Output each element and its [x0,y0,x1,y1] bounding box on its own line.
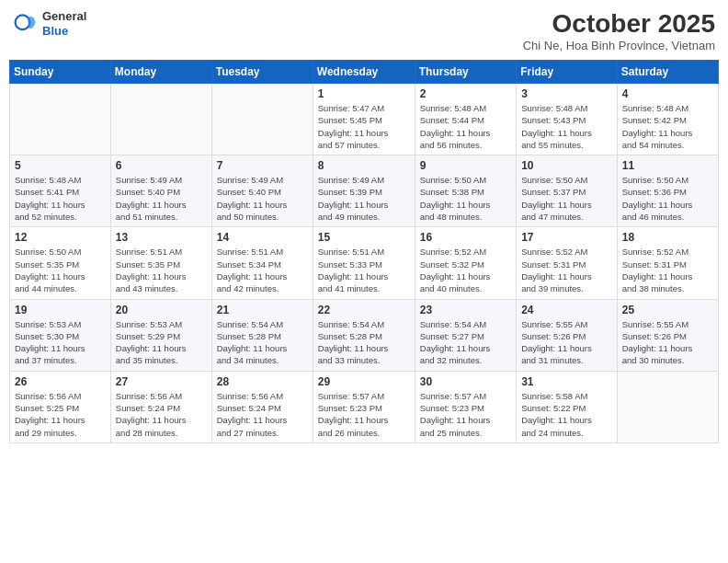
day-number: 7 [217,159,308,172]
month-title: October 2025 [523,9,715,39]
day-number: 1 [318,87,410,100]
weekday-header-row: SundayMondayTuesdayWednesdayThursdayFrid… [10,61,719,84]
calendar-week-row: 26Sunrise: 5:56 AM Sunset: 5:25 PM Dayli… [10,371,719,442]
day-info: Sunrise: 5:52 AM Sunset: 5:32 PM Dayligh… [420,246,511,294]
day-info: Sunrise: 5:49 AM Sunset: 5:40 PM Dayligh… [116,174,207,223]
day-info: Sunrise: 5:57 AM Sunset: 5:23 PM Dayligh… [318,390,410,439]
calendar-day-cell: 14Sunrise: 5:51 AM Sunset: 5:34 PM Dayli… [211,227,313,299]
calendar-day-cell: 24Sunrise: 5:55 AM Sunset: 5:26 PM Dayli… [517,299,618,371]
calendar-day-cell: 11Sunrise: 5:50 AM Sunset: 5:36 PM Dayli… [617,155,718,227]
title-area: October 2025 Chi Ne, Hoa Binh Province, … [523,9,715,52]
calendar-day-cell: 26Sunrise: 5:56 AM Sunset: 5:25 PM Dayli… [10,371,111,442]
day-info: Sunrise: 5:51 AM Sunset: 5:33 PM Dayligh… [318,246,410,294]
calendar-day-cell: 30Sunrise: 5:57 AM Sunset: 5:23 PM Dayli… [415,371,516,442]
day-number: 19 [15,304,106,316]
calendar-day-cell: 8Sunrise: 5:49 AM Sunset: 5:39 PM Daylig… [313,155,415,227]
day-number: 12 [15,231,106,244]
day-number: 21 [217,304,308,316]
day-number: 8 [318,159,410,172]
weekday-header-friday: Friday [517,61,618,84]
day-info: Sunrise: 5:53 AM Sunset: 5:30 PM Dayligh… [15,318,106,367]
calendar-day-cell: 19Sunrise: 5:53 AM Sunset: 5:30 PM Dayli… [10,299,111,371]
calendar-week-row: 5Sunrise: 5:48 AM Sunset: 5:41 PM Daylig… [10,155,719,227]
day-number: 2 [420,87,511,100]
calendar-day-cell: 29Sunrise: 5:57 AM Sunset: 5:23 PM Dayli… [313,371,415,442]
day-info: Sunrise: 5:47 AM Sunset: 5:45 PM Dayligh… [318,102,410,151]
day-info: Sunrise: 5:56 AM Sunset: 5:24 PM Dayligh… [217,390,308,439]
calendar-week-row: 1Sunrise: 5:47 AM Sunset: 5:45 PM Daylig… [10,84,719,155]
day-info: Sunrise: 5:50 AM Sunset: 5:36 PM Dayligh… [622,174,713,223]
day-number: 13 [116,231,207,244]
logo: General Blue [13,9,86,38]
day-info: Sunrise: 5:55 AM Sunset: 5:26 PM Dayligh… [521,318,612,367]
calendar-day-cell: 2Sunrise: 5:48 AM Sunset: 5:44 PM Daylig… [415,84,516,155]
calendar-day-cell: 27Sunrise: 5:56 AM Sunset: 5:24 PM Dayli… [110,371,211,442]
calendar-day-cell [617,371,718,442]
day-number: 26 [15,375,106,388]
day-number: 9 [420,159,511,172]
location: Chi Ne, Hoa Binh Province, Vietnam [523,39,715,52]
day-info: Sunrise: 5:48 AM Sunset: 5:44 PM Dayligh… [420,102,511,151]
day-number: 31 [521,375,612,388]
day-number: 25 [622,304,713,316]
calendar-day-cell: 12Sunrise: 5:50 AM Sunset: 5:35 PM Dayli… [10,227,111,299]
weekday-header-wednesday: Wednesday [313,61,415,84]
day-number: 27 [116,375,207,388]
calendar-day-cell [10,84,111,155]
calendar-day-cell: 13Sunrise: 5:51 AM Sunset: 5:35 PM Dayli… [110,227,211,299]
day-info: Sunrise: 5:55 AM Sunset: 5:26 PM Dayligh… [622,318,713,367]
day-number: 6 [116,159,207,172]
calendar-day-cell: 22Sunrise: 5:54 AM Sunset: 5:28 PM Dayli… [313,299,415,371]
calendar-day-cell: 3Sunrise: 5:48 AM Sunset: 5:43 PM Daylig… [517,84,618,155]
day-number: 10 [521,159,612,172]
calendar-day-cell: 25Sunrise: 5:55 AM Sunset: 5:26 PM Dayli… [617,299,718,371]
day-info: Sunrise: 5:51 AM Sunset: 5:35 PM Dayligh… [116,246,207,294]
calendar-day-cell: 10Sunrise: 5:50 AM Sunset: 5:37 PM Dayli… [517,155,618,227]
day-info: Sunrise: 5:54 AM Sunset: 5:27 PM Dayligh… [420,318,511,367]
calendar-day-cell: 9Sunrise: 5:50 AM Sunset: 5:38 PM Daylig… [415,155,516,227]
day-number: 24 [521,304,612,316]
day-info: Sunrise: 5:50 AM Sunset: 5:37 PM Dayligh… [521,174,612,223]
day-info: Sunrise: 5:50 AM Sunset: 5:35 PM Dayligh… [15,246,106,294]
calendar-day-cell: 7Sunrise: 5:49 AM Sunset: 5:40 PM Daylig… [211,155,313,227]
day-info: Sunrise: 5:54 AM Sunset: 5:28 PM Dayligh… [318,318,410,367]
day-info: Sunrise: 5:49 AM Sunset: 5:40 PM Dayligh… [217,174,308,223]
day-number: 18 [622,231,713,244]
day-info: Sunrise: 5:52 AM Sunset: 5:31 PM Dayligh… [622,246,713,294]
day-number: 23 [420,304,511,316]
day-number: 11 [622,159,713,172]
day-info: Sunrise: 5:58 AM Sunset: 5:22 PM Dayligh… [521,390,612,439]
day-number: 17 [521,231,612,244]
day-number: 28 [217,375,308,388]
day-info: Sunrise: 5:48 AM Sunset: 5:41 PM Dayligh… [15,174,106,223]
day-info: Sunrise: 5:48 AM Sunset: 5:43 PM Dayligh… [521,102,612,151]
day-info: Sunrise: 5:50 AM Sunset: 5:38 PM Dayligh… [420,174,511,223]
day-number: 30 [420,375,511,388]
weekday-header-saturday: Saturday [617,61,718,84]
weekday-header-sunday: Sunday [10,61,111,84]
day-info: Sunrise: 5:56 AM Sunset: 5:25 PM Dayligh… [15,390,106,439]
calendar-day-cell: 23Sunrise: 5:54 AM Sunset: 5:27 PM Dayli… [415,299,516,371]
page-header: General Blue October 2025 Chi Ne, Hoa Bi… [9,9,719,52]
day-number: 5 [15,159,106,172]
calendar-week-row: 19Sunrise: 5:53 AM Sunset: 5:30 PM Dayli… [10,299,719,371]
logo-icon [13,11,39,37]
weekday-header-thursday: Thursday [415,61,516,84]
calendar-day-cell [211,84,313,155]
calendar-day-cell: 1Sunrise: 5:47 AM Sunset: 5:45 PM Daylig… [313,84,415,155]
calendar-day-cell: 15Sunrise: 5:51 AM Sunset: 5:33 PM Dayli… [313,227,415,299]
day-info: Sunrise: 5:48 AM Sunset: 5:42 PM Dayligh… [622,102,713,151]
day-number: 4 [622,87,713,100]
calendar-day-cell: 21Sunrise: 5:54 AM Sunset: 5:28 PM Dayli… [211,299,313,371]
calendar-week-row: 12Sunrise: 5:50 AM Sunset: 5:35 PM Dayli… [10,227,719,299]
calendar-table: SundayMondayTuesdayWednesdayThursdayFrid… [9,60,719,443]
logo-text: General Blue [42,9,86,38]
calendar-day-cell: 20Sunrise: 5:53 AM Sunset: 5:29 PM Dayli… [110,299,211,371]
calendar-day-cell: 18Sunrise: 5:52 AM Sunset: 5:31 PM Dayli… [617,227,718,299]
day-number: 16 [420,231,511,244]
day-number: 15 [318,231,410,244]
day-number: 29 [318,375,410,388]
calendar-day-cell: 17Sunrise: 5:52 AM Sunset: 5:31 PM Dayli… [517,227,618,299]
calendar-day-cell: 16Sunrise: 5:52 AM Sunset: 5:32 PM Dayli… [415,227,516,299]
calendar-day-cell: 31Sunrise: 5:58 AM Sunset: 5:22 PM Dayli… [517,371,618,442]
